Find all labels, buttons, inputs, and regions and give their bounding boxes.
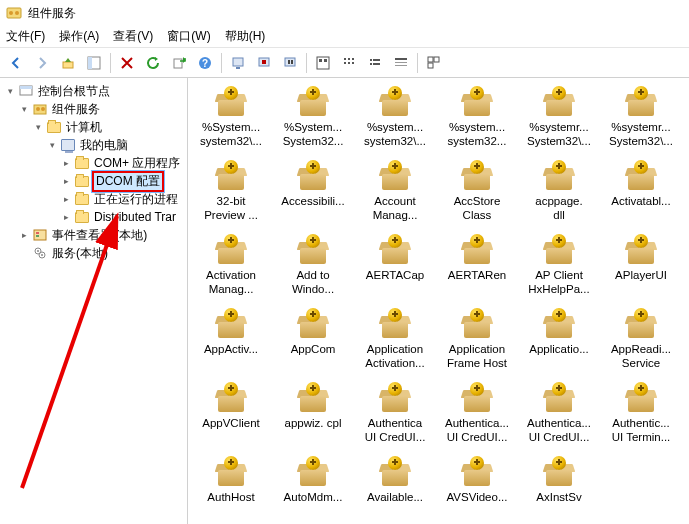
- dcom-item[interactable]: AppReadi...Service: [602, 306, 680, 380]
- dcom-item[interactable]: Authentica...UI CredUI...: [438, 380, 516, 454]
- dcom-item[interactable]: Accessibili...: [274, 158, 352, 232]
- dcom-item[interactable]: Available...: [356, 454, 434, 524]
- dcom-item[interactable]: ActivationManag...: [192, 232, 270, 306]
- tree-dcom-config[interactable]: ▸ DCOM 配置: [60, 172, 187, 190]
- svg-point-39: [41, 107, 45, 111]
- package-icon: [375, 308, 415, 342]
- dcom-item[interactable]: AppCom: [274, 306, 352, 380]
- stop-button[interactable]: [252, 51, 276, 75]
- dcom-item[interactable]: %systemr...System32\...: [520, 84, 598, 158]
- dcom-item[interactable]: AP ClientHxHelpPa...: [520, 232, 598, 306]
- help-button[interactable]: ?: [193, 51, 217, 75]
- dcom-item[interactable]: AccStoreClass: [438, 158, 516, 232]
- view-detail-button[interactable]: [389, 51, 413, 75]
- export-button[interactable]: [167, 51, 191, 75]
- package-icon: [621, 308, 661, 342]
- menu-window[interactable]: 窗口(W): [167, 28, 210, 45]
- svg-rect-28: [373, 63, 380, 65]
- dcom-item[interactable]: acppage.dll: [520, 158, 598, 232]
- dcom-item[interactable]: Applicatio...: [520, 306, 598, 380]
- tree-view[interactable]: ▾ 控制台根节点 ▾ 组件服务: [0, 82, 187, 262]
- tree-com-plus-apps[interactable]: ▸ COM+ 应用程序: [60, 154, 187, 172]
- list-pane[interactable]: %System...system32\...%System...System32…: [188, 78, 689, 524]
- package-icon: [375, 86, 415, 120]
- expand-icon[interactable]: ▸: [60, 193, 72, 205]
- tree-root[interactable]: ▾ 控制台根节点: [4, 82, 187, 100]
- item-label: %system...: [357, 120, 433, 134]
- tree-running-processes[interactable]: ▸ 正在运行的进程: [60, 190, 187, 208]
- computer-status-button[interactable]: [226, 51, 250, 75]
- dcom-item[interactable]: Add toWindo...: [274, 232, 352, 306]
- tree-component-services[interactable]: ▾ 组件服务: [18, 100, 187, 118]
- svg-rect-17: [319, 59, 322, 62]
- expand-icon[interactable]: ▸: [60, 157, 72, 169]
- item-label: %systemr...: [603, 120, 679, 134]
- dcom-item[interactable]: AppActiv...: [192, 306, 270, 380]
- view-list-button[interactable]: [363, 51, 387, 75]
- component-services-icon: [32, 101, 48, 117]
- collapse-icon[interactable]: ▾: [46, 139, 58, 151]
- dcom-item[interactable]: AVSVideo...: [438, 454, 516, 524]
- show-tree-button[interactable]: [82, 51, 106, 75]
- dcom-item[interactable]: %system...system32\...: [356, 84, 434, 158]
- package-icon: [621, 382, 661, 416]
- dcom-item[interactable]: AuthenticaUI CredUI...: [356, 380, 434, 454]
- collapse-icon[interactable]: ▾: [18, 103, 30, 115]
- item-sublabel: system32...: [439, 134, 515, 148]
- expand-icon[interactable]: ▸: [60, 211, 72, 223]
- dcom-item[interactable]: %system...system32...: [438, 84, 516, 158]
- package-icon: [293, 160, 333, 194]
- dcom-item[interactable]: Activatabl...: [602, 158, 680, 232]
- dcom-item[interactable]: %System...System32...: [274, 84, 352, 158]
- dcom-item[interactable]: %System...system32\...: [192, 84, 270, 158]
- refresh-button[interactable]: [141, 51, 165, 75]
- package-icon: [211, 456, 251, 490]
- view-large-button[interactable]: [311, 51, 335, 75]
- item-label: AppCom: [275, 342, 351, 356]
- tree-services[interactable]: ▸ 服务(本地): [18, 244, 187, 262]
- arrange-button[interactable]: [422, 51, 446, 75]
- dcom-item[interactable]: %systemr...System32\...: [602, 84, 680, 158]
- dcom-item[interactable]: AuthHost: [192, 454, 270, 524]
- svg-rect-31: [395, 65, 407, 66]
- menu-view[interactable]: 查看(V): [113, 28, 153, 45]
- dcom-item[interactable]: APlayerUI: [602, 232, 680, 306]
- forward-button[interactable]: [30, 51, 54, 75]
- menu-action[interactable]: 操作(A): [59, 28, 99, 45]
- dcom-item[interactable]: AccountManag...: [356, 158, 434, 232]
- svg-rect-32: [428, 57, 433, 62]
- dcom-item[interactable]: ApplicationFrame Host: [438, 306, 516, 380]
- item-label: Add to: [275, 268, 351, 282]
- dcom-item[interactable]: ApplicationActivation...: [356, 306, 434, 380]
- toolbar-separator: [306, 53, 307, 73]
- up-button[interactable]: [56, 51, 80, 75]
- collapse-icon[interactable]: ▾: [32, 121, 44, 133]
- dcom-item[interactable]: AERTACap: [356, 232, 434, 306]
- dcom-item[interactable]: 32-bitPreview ...: [192, 158, 270, 232]
- item-sublabel: UI CredUI...: [521, 430, 597, 444]
- tree-event-viewer[interactable]: ▸ 事件查看器 (本地): [18, 226, 187, 244]
- dcom-item[interactable]: AERTARen: [438, 232, 516, 306]
- dcom-item[interactable]: AutoMdm...: [274, 454, 352, 524]
- view-small-button[interactable]: [337, 51, 361, 75]
- tree-computers[interactable]: ▾ 计算机: [32, 118, 187, 136]
- tree-my-computer[interactable]: ▾ 我的电脑: [46, 136, 187, 154]
- menu-help[interactable]: 帮助(H): [225, 28, 266, 45]
- dcom-item[interactable]: AppVClient: [192, 380, 270, 454]
- tree-label: 事件查看器 (本地): [50, 226, 149, 245]
- pause-button[interactable]: [278, 51, 302, 75]
- tree-distributed-trans[interactable]: ▸ Distributed Trar: [60, 208, 187, 226]
- item-sublabel: UI CredUI...: [439, 430, 515, 444]
- item-sublabel: Preview ...: [193, 208, 269, 222]
- dcom-item[interactable]: AxInstSv: [520, 454, 598, 524]
- expand-icon[interactable]: ▸: [18, 229, 30, 241]
- dcom-item[interactable]: appwiz. cpl: [274, 380, 352, 454]
- dcom-item[interactable]: Authentic...UI Termin...: [602, 380, 680, 454]
- collapse-icon[interactable]: ▾: [4, 85, 16, 97]
- back-button[interactable]: [4, 51, 28, 75]
- expand-icon[interactable]: ▸: [60, 175, 72, 187]
- menu-file[interactable]: 文件(F): [6, 28, 45, 45]
- dcom-item[interactable]: Authentica...UI CredUI...: [520, 380, 598, 454]
- title-bar: 组件服务: [0, 0, 689, 26]
- delete-button[interactable]: [115, 51, 139, 75]
